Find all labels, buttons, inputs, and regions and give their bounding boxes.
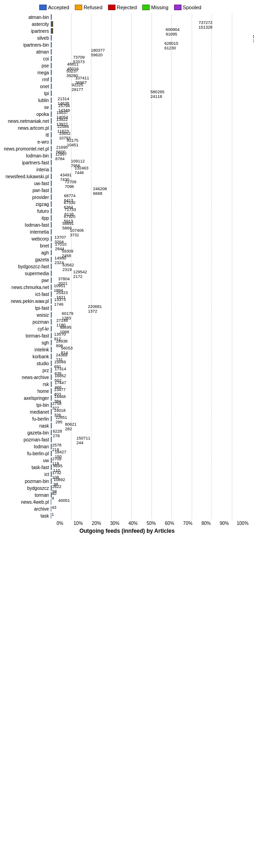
bar-track <box>51 125 52 131</box>
bar-row: pwr-fast2462086668 <box>2 187 252 193</box>
bar-segment-refused <box>51 70 52 75</box>
bar-label: korbank <box>2 354 51 359</box>
bar-label: newsfeed.lukawski.pl <box>2 174 51 179</box>
bar-label: news.chmurka.net <box>2 285 51 290</box>
bar-row: ipartners60090491095 <box>2 28 252 34</box>
bar-row: zigzag675306364 <box>2 201 252 207</box>
bar-track <box>51 485 52 491</box>
bar-segment-refused <box>51 451 52 456</box>
bar-track <box>51 451 52 456</box>
bar-row: itpp679205913 <box>2 215 252 221</box>
bar-segment-refused <box>51 361 52 366</box>
bar-label: se <box>2 105 51 110</box>
bar-wrapper: 43 <box>51 506 252 512</box>
bar-row: gazeta-bin6228278 <box>2 429 252 436</box>
chart-container: AcceptedRefusedRejectedMissingSpooled at… <box>0 0 254 539</box>
bar-segment-accepted <box>51 506 51 512</box>
bar-row: tpi-bin2758327 <box>2 402 252 408</box>
bar-label: news-archive <box>2 375 51 380</box>
bar-track <box>51 215 52 221</box>
bar-wrapper: 24938898 <box>51 340 252 345</box>
bar-wrapper: 2258411623 <box>51 125 252 131</box>
bar-label: intelink <box>2 347 51 352</box>
bar-track <box>51 409 52 415</box>
bar-wrapper: 18427150 <box>51 451 252 456</box>
bar-track <box>51 146 52 151</box>
bar-track <box>51 423 52 428</box>
bar-wrapper: 1295422172 <box>51 271 252 276</box>
bar-wrapper: 262294 <box>51 485 252 491</box>
bar-row: news.artcom.pl2258411623 <box>2 125 252 131</box>
bar-track <box>51 458 52 463</box>
bar-row: webcorp137073204 <box>2 235 252 242</box>
legend-color-box <box>108 5 115 10</box>
bar-row: tpi58026524118 <box>2 90 252 96</box>
bar-wrapper: 133731746 <box>51 298 252 304</box>
legend-label: Spooled <box>183 5 201 10</box>
bar-label: pwr-fast <box>2 188 51 193</box>
bar-track <box>51 506 51 512</box>
bar-wrapper: 14468384 <box>51 395 252 401</box>
bar-segment-refused <box>51 319 52 325</box>
bar-wrapper: 271481180 <box>51 319 252 325</box>
bar-track <box>51 201 52 207</box>
bar-segment-refused <box>51 409 52 415</box>
bar-label: ipartners <box>2 29 51 34</box>
bar-numbers: 43 <box>52 506 56 510</box>
bar-label: news.pekin.waw.pl <box>2 299 51 304</box>
bar-track <box>51 97 52 103</box>
bar-label: wsisiz <box>2 313 51 318</box>
bar-wrapper: 679205913 <box>51 215 252 221</box>
bar-track <box>51 312 52 318</box>
bar-track <box>51 250 52 255</box>
bar-numbers: 133731746 <box>54 298 66 307</box>
bar-track <box>51 416 52 422</box>
bar-row: lodman2578218 <box>2 443 252 450</box>
bar-segment-refused <box>51 84 52 89</box>
bar-row: news.netmaniak.net1392213922 <box>2 118 252 124</box>
bar-track <box>51 56 52 61</box>
bar-wrapper: 62801561230 <box>51 42 252 48</box>
bar-wrapper: 1732108 <box>51 471 252 477</box>
bar-row: interia1324637446 <box>2 166 252 173</box>
bar-numbers: 635622319 <box>62 263 74 272</box>
bar-segment-refused <box>51 194 52 200</box>
bar-label: pozman-fast <box>2 437 51 442</box>
bar-track <box>51 333 52 338</box>
bar-wrapper: 1324637446 <box>51 167 252 172</box>
bar-segment-refused <box>51 125 52 131</box>
bar-label: mega <box>2 70 51 75</box>
bar-label: interia <box>2 167 51 172</box>
bar-segment-refused <box>51 215 52 221</box>
bar-track <box>51 347 52 352</box>
bar-segment-refused <box>51 485 52 491</box>
bar-wrapper: 129978784 <box>51 153 252 158</box>
bar-segment-refused <box>51 437 52 442</box>
x-axis-label: 20% <box>87 521 106 526</box>
bar-segment-refused <box>51 444 52 449</box>
bar-segment-refused <box>51 312 52 318</box>
bar-wrapper: 486951098 <box>51 326 252 332</box>
bar-wrapper: 588915869 <box>51 222 252 228</box>
bar-track <box>51 402 52 408</box>
bar-label: uw <box>2 458 51 463</box>
bar-row: gazeta149802324 <box>2 256 252 263</box>
legend-color-box <box>39 5 47 10</box>
bar-label: lublin <box>2 98 51 103</box>
bar-segment-refused <box>51 146 52 151</box>
bar-label: cyf-kr <box>2 326 51 332</box>
bar-track <box>51 167 52 172</box>
bar-row: lodman-fast588915869 <box>2 222 252 228</box>
bar-wrapper: 1392213922 <box>51 118 252 124</box>
bar-numbers: 1 <box>52 512 54 517</box>
bar-label: tpi <box>2 91 51 96</box>
bar-wrapper: 17314635 <box>51 368 252 373</box>
bar-row: task-fast8695110 <box>2 464 252 470</box>
bar-row: futuro717336116 <box>2 208 252 214</box>
bar-row: se2579414349 <box>2 104 252 110</box>
bar-label: ict-fast <box>2 292 51 297</box>
bar-label: atman-bin <box>2 15 51 20</box>
bar-wrapper: 22851285 <box>51 416 252 422</box>
bar-label: home <box>2 389 51 394</box>
bar-label: gazeta <box>2 257 51 262</box>
